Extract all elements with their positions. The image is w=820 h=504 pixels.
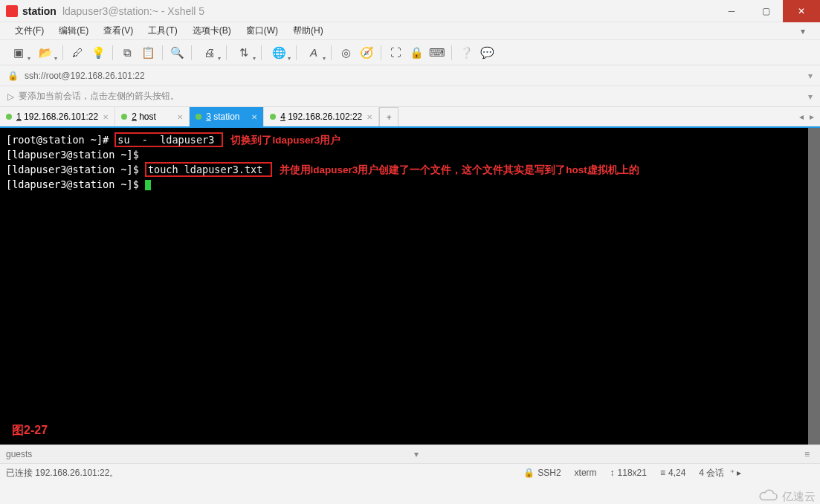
keyboard-icon[interactable]: ⌨ bbox=[427, 43, 447, 62]
session-name: station bbox=[22, 5, 57, 17]
font-button[interactable]: A▾ bbox=[301, 43, 326, 62]
open-button[interactable]: 📂▾ bbox=[33, 43, 58, 62]
tab-label: 2 host bbox=[132, 112, 156, 122]
toolbar: ▣▾ 📂▾ 🖊 💡 ⧉ 📋 🔍 🖨▾ ⇅▾ 🌐▾ A▾ ◎ 🧭 ⛶ 🔒 ⌨ ❔ … bbox=[0, 40, 820, 65]
status-cursor: ≡ 4,24 bbox=[660, 468, 685, 478]
scrollbar-track[interactable] bbox=[808, 128, 820, 445]
cloud-icon bbox=[757, 489, 779, 504]
color-button[interactable]: ◎ bbox=[336, 43, 355, 62]
status-protocol: 🔒 SSH2 bbox=[523, 468, 561, 478]
prompt: [root@station ~]# bbox=[6, 134, 114, 146]
ftp-button[interactable]: ⇅▾ bbox=[231, 43, 256, 62]
prompt: [ldapuser3@station ~]$ bbox=[6, 149, 139, 161]
tab-close-icon[interactable]: ✕ bbox=[177, 113, 183, 121]
terminal-cursor bbox=[145, 180, 151, 190]
tab-bar: 1 192.168.26.101:22 ✕ 2 host ✕ 3 station… bbox=[0, 107, 820, 128]
menu-view[interactable]: 查看(V) bbox=[96, 23, 141, 39]
tab-label: 4 192.168.26.102:22 bbox=[280, 112, 362, 122]
message-icon[interactable]: 💬 bbox=[477, 43, 497, 62]
close-button[interactable]: ✕ bbox=[783, 0, 820, 22]
find-button[interactable]: 🔍 bbox=[167, 43, 187, 62]
tab-label: 3 station bbox=[206, 112, 239, 122]
app-icon bbox=[6, 5, 18, 17]
separator bbox=[112, 45, 113, 60]
separator bbox=[261, 45, 262, 60]
menu-help[interactable]: 帮助(H) bbox=[285, 23, 331, 39]
separator bbox=[62, 45, 63, 60]
cmd-su: su - ldapuser3 bbox=[114, 132, 223, 147]
menu-edit[interactable]: 编辑(E) bbox=[51, 23, 96, 39]
cmd-touch: touch ldapuser3.txt bbox=[145, 162, 272, 177]
lock-small-icon: 🔒 bbox=[7, 71, 19, 81]
annotation-1: 切换到了ldapuser3用户 bbox=[230, 135, 340, 146]
scrollbar-thumb[interactable] bbox=[808, 128, 820, 445]
paste-button[interactable]: 📋 bbox=[138, 43, 158, 62]
guests-label: guests bbox=[6, 449, 32, 459]
separator bbox=[226, 45, 227, 60]
tab-next-icon[interactable]: ▸ bbox=[810, 112, 814, 122]
status-term: xterm bbox=[575, 468, 597, 478]
prompt: [ldapuser3@station ~]$ bbox=[6, 178, 145, 190]
tab-close-icon[interactable]: ✕ bbox=[251, 113, 257, 121]
guests-list-icon[interactable]: ≡ bbox=[800, 449, 814, 459]
compass-icon[interactable]: 🧭 bbox=[357, 43, 376, 62]
add-tab-button[interactable]: + bbox=[379, 107, 398, 126]
status-dot-icon bbox=[270, 114, 276, 120]
print-button[interactable]: 🖨▾ bbox=[196, 43, 222, 62]
new-session-button[interactable]: ▣▾ bbox=[6, 43, 31, 62]
language-button[interactable]: 🌐▾ bbox=[266, 43, 291, 62]
menu-overflow-icon[interactable]: ▾ bbox=[793, 25, 813, 38]
guests-dropdown-icon[interactable]: ▾ bbox=[410, 449, 423, 459]
tab-1[interactable]: 1 192.168.26.101:22 ✕ bbox=[0, 107, 115, 126]
terminal-area[interactable]: [root@station ~]# su - ldapuser3 切换到了lda… bbox=[0, 128, 820, 445]
hint-text: 要添加当前会话，点击左侧的箭头按钮。 bbox=[19, 90, 179, 103]
menu-file[interactable]: 文件(F) bbox=[7, 23, 51, 39]
annotation-2: 并使用ldapuser3用户创建了一个文件，这个文件其实是写到了host虚拟机上… bbox=[280, 164, 639, 175]
tab-close-icon[interactable]: ✕ bbox=[367, 113, 372, 121]
status-dot-icon bbox=[6, 114, 12, 120]
maximize-button[interactable]: ▢ bbox=[749, 0, 783, 22]
window-controls: ─ ▢ ✕ bbox=[714, 0, 820, 22]
tab-4[interactable]: 4 192.168.26.102:22 ✕ bbox=[264, 107, 379, 126]
menu-window[interactable]: 窗口(W) bbox=[239, 23, 285, 39]
disconnect-icon[interactable]: 💡 bbox=[88, 43, 108, 62]
tab-nav: ◂ ▸ bbox=[793, 107, 820, 126]
status-connection: 已连接 192.168.26.101:22。 bbox=[6, 467, 118, 479]
tab-close-icon[interactable]: ✕ bbox=[103, 113, 109, 121]
minimize-button[interactable]: ─ bbox=[714, 0, 749, 22]
reconnect-icon[interactable]: 🖊 bbox=[68, 43, 87, 62]
tab-3[interactable]: 3 station ✕ bbox=[190, 107, 264, 126]
address-overflow-icon[interactable]: ▾ bbox=[808, 71, 813, 81]
info-bar: ▷ 要添加当前会话，点击左侧的箭头按钮。 ▾ bbox=[0, 86, 820, 107]
menu-bar: 文件(F) 编辑(E) 查看(V) 工具(T) 选项卡(B) 窗口(W) 帮助(… bbox=[0, 22, 820, 40]
status-dot-icon bbox=[121, 114, 127, 120]
fullscreen-icon[interactable]: ⛶ bbox=[386, 43, 405, 62]
status-bar: 已连接 192.168.26.101:22。 🔒 SSH2 xterm ↕ 11… bbox=[0, 464, 820, 482]
separator bbox=[331, 45, 332, 60]
prompt: [ldapuser3@station ~]$ bbox=[6, 164, 145, 175]
tab-prev-icon[interactable]: ◂ bbox=[799, 112, 804, 122]
separator bbox=[162, 45, 163, 60]
title-bar: station ldapuser3@station:~ - Xshell 5 ─… bbox=[0, 0, 820, 22]
separator bbox=[191, 45, 192, 60]
terminal-output: [root@station ~]# su - ldapuser3 切换到了lda… bbox=[0, 128, 820, 192]
status-sessions: 4 会话 ⁺ ▸ bbox=[699, 467, 741, 479]
guests-bar[interactable]: guests ▾ ≡ bbox=[0, 445, 820, 464]
separator bbox=[296, 45, 297, 60]
address-bar: 🔒 ssh://root@192.168.26.101:22 ▾ bbox=[0, 65, 820, 86]
help-icon[interactable]: ❔ bbox=[456, 43, 476, 62]
separator bbox=[381, 45, 381, 60]
info-overflow-icon[interactable]: ▾ bbox=[808, 91, 813, 102]
lock-icon[interactable]: 🔒 bbox=[407, 43, 426, 62]
window-title: ldapuser3@station:~ - Xshell 5 bbox=[62, 5, 204, 17]
copy-button[interactable]: ⧉ bbox=[117, 43, 137, 62]
status-dot-icon bbox=[196, 114, 201, 120]
ssh-url[interactable]: ssh://root@192.168.26.101:22 bbox=[25, 71, 145, 81]
tab-label: 1 192.168.26.101:22 bbox=[16, 112, 98, 122]
hint-icon: ▷ bbox=[7, 91, 14, 102]
watermark: 亿速云 bbox=[757, 489, 816, 504]
separator bbox=[451, 45, 452, 60]
menu-tool[interactable]: 工具(T) bbox=[141, 23, 184, 39]
tab-2[interactable]: 2 host ✕ bbox=[115, 107, 190, 126]
menu-tab[interactable]: 选项卡(B) bbox=[185, 23, 239, 39]
